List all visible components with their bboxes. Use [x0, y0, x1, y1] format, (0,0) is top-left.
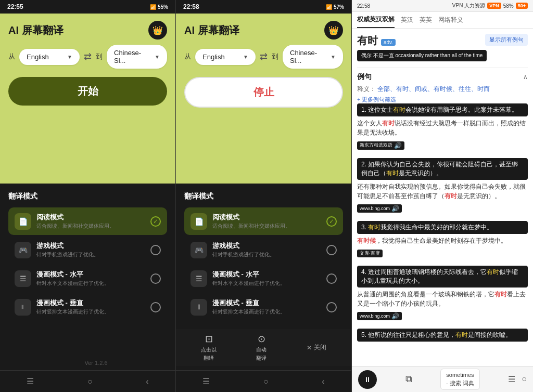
lang-row-1: 从 English ▼ ⇄ 到 Chinese-Si... ▼ [0, 45, 175, 69]
source-lang-arrow-1: ▼ [67, 54, 72, 60]
source-lang-select-1[interactable]: English ▼ [19, 49, 80, 65]
dict-menu-icon[interactable]: ☰ [508, 374, 515, 384]
dict-panel: 22:58 VPN 人力资源 VPN 58% 50+ 权威英汉双解 英汉 英英 … [352, 0, 533, 392]
mode-icon-read-1: 📄 [15, 213, 31, 230]
rect-icon[interactable]: ⧉ [405, 374, 412, 385]
mode-name-game-2: 游戏模式 [212, 241, 321, 251]
mode-icon-comic-h-2: ☰ [191, 270, 207, 287]
audio-btn-2[interactable]: 🔊 [391, 205, 399, 212]
phone-panel-1: 22:55 📶 55% AI 屏幕翻译 👑 从 English ▼ ⇄ 到 Ch… [0, 0, 176, 392]
source-badge-2: www.bing.com 🔊 [357, 204, 402, 213]
mode-text-game-2: 游戏模式 针对手机游戏进行了优化。 [212, 241, 321, 258]
mode-icon-comic-v-2: ⦀ [191, 299, 207, 316]
vpn-badge: VPN [487, 3, 501, 9]
toolbar-click-translate[interactable]: ⊡ 点击以 翻译 [201, 333, 217, 362]
mode-item-read-1[interactable]: 📄 阅读模式 适合阅读、新闻和社交媒体应用。 ✓ [8, 207, 167, 235]
source-lang-select-2[interactable]: English ▼ [195, 49, 256, 65]
nav-menu-icon-1[interactable]: ☰ [27, 376, 34, 386]
toolbar-close-button[interactable]: ✕ 关闭 [307, 343, 326, 352]
audio-btn-4[interactable]: 🔊 [391, 312, 399, 320]
example-num-5: 5. 他所说的往往只是粗心的意见，有时是间接的吹嘘。 [357, 329, 528, 342]
battery-2: 57% [334, 4, 344, 10]
dict-battery: 58% [503, 3, 514, 9]
example-cn-2: 还有那种对自我实现的预信息。如果你觉得自己会失败，就很可能患足不前甚至作茧自缚了… [357, 182, 528, 201]
mode-name-comic-h-1: 漫画模式 - 水平 [36, 270, 145, 279]
target-lang-select-1[interactable]: Chinese-Si... ▼ [107, 45, 167, 69]
mode-list-2: 📄 阅读模式 适合阅读、新闻和社交媒体应用。 ✓ 🎮 游戏模式 针对手机游戏进行… [184, 207, 343, 321]
mode-check-game-1 [150, 245, 161, 255]
status-bar-1: 22:55 📶 55% [0, 0, 175, 14]
tab-quanwei[interactable]: 权威英汉双解 [357, 15, 395, 28]
example-cn-4: 从普通的周围的角度看是一个玻璃和钢铁的塔，它有时看上去又是一个缩小了的小孩的玩具… [357, 290, 528, 308]
mode-item-comic-v-2[interactable]: ⦀ 漫画模式 - 垂直 针对竖排文本漫画进行了优化。 [184, 293, 343, 321]
section-title-1: 翻译模式 [8, 192, 167, 201]
start-button[interactable]: 开始 [8, 77, 167, 106]
status-bar-2: 22:58 📶 57% [176, 0, 351, 14]
bottom-nav-2: ☰ ○ ‹ [176, 370, 351, 392]
dict-bottom: ⏸ ⧉ sometimes- 搜索 词典 ☰ ○ [352, 366, 533, 392]
target-lang-arrow-1: ▼ [155, 54, 160, 60]
mode-desc-comic-h-1: 针对水平文本漫画进行了优化。 [36, 280, 145, 287]
mode-item-game-2[interactable]: 🎮 游戏模式 针对手机游戏进行了优化。 [184, 236, 343, 264]
phonetic-row: 偶尔 不是一直 occasionally rather than all of … [357, 50, 487, 61]
mode-name-comic-v-2: 漫画模式 - 垂直 [212, 298, 321, 308]
synonyms-values[interactable]: 全部、有时、间或、有时候、往往、时而 [377, 85, 490, 93]
app-content-2: AI 屏幕翻译 👑 从 English ▼ ⇄ 到 Chinese-Si... … [176, 14, 351, 184]
mode-name-comic-v-1: 漫画模式 - 垂直 [36, 298, 145, 308]
mode-desc-game-2: 针对手机游戏进行了优化。 [212, 251, 321, 258]
audio-btn-1[interactable]: 🔊 [394, 142, 402, 149]
play-button[interactable]: ⏸ [358, 370, 377, 389]
dict-home-icon[interactable]: ○ [522, 374, 527, 384]
lang-row-2: 从 English ▼ ⇄ 到 Chinese-Si... ▼ [176, 45, 351, 69]
example-num-2: 2. 如果你认为自己会失败，你很可能会阻碍自己，甚至绑倒自己（有时是无意识的）。 [357, 158, 528, 180]
mode-icon-read-2: 📄 [191, 213, 207, 230]
lang-divider-1: ⇄ [84, 51, 92, 62]
crown-button-1[interactable]: 👑 [148, 21, 167, 40]
mode-check-comic-v-2 [326, 302, 337, 312]
lower-section-1: 翻译模式 📄 阅读模式 适合阅读、新闻和社交媒体应用。 ✓ 🎮 游戏模式 针对手… [0, 184, 175, 370]
nav-back-icon-2[interactable]: ‹ [322, 377, 324, 386]
phonetic-text: 偶尔 不是一直 occasionally rather than all of … [361, 53, 483, 58]
mode-item-comic-v-1[interactable]: ⦀ 漫画模式 - 垂直 针对竖排文本漫画进行了优化。 [8, 293, 167, 321]
word-text: 有时 [357, 34, 378, 48]
target-lang-value-1: Chinese-Si... [114, 49, 153, 64]
phone-panel-2: 22:58 📶 57% AI 屏幕翻译 👑 从 English ▼ ⇄ 到 Ch… [176, 0, 352, 392]
expand-icon[interactable]: ∧ [523, 73, 528, 81]
nav-back-icon-1[interactable]: ‹ [146, 377, 148, 386]
to-label-2: 到 [272, 52, 278, 61]
crown-button-2[interactable]: 👑 [324, 21, 343, 40]
nav-menu-icon-2[interactable]: ☰ [202, 376, 210, 386]
click-translate-label: 点击以 [201, 346, 217, 354]
example-header: 例句 ∧ [357, 72, 528, 82]
mode-text-game-1: 游戏模式 针对手机游戏进行了优化。 [36, 241, 145, 258]
mode-item-read-2[interactable]: 📄 阅读模式 适合阅读、新闻和社交媒体应用。 ✓ [184, 207, 343, 235]
more-examples-link[interactable]: + 更多例句筛选 [357, 96, 528, 103]
mode-name-game-1: 游戏模式 [36, 241, 145, 251]
mode-desc-comic-v-2: 针对竖排文本漫画进行了优化。 [212, 308, 321, 316]
nav-home-icon-1[interactable]: ○ [87, 377, 93, 386]
show-all-button[interactable]: 显示所有例句 [485, 34, 528, 46]
mode-name-read-1: 阅读模式 [36, 213, 145, 222]
stop-button[interactable]: 停止 [184, 77, 343, 108]
target-lang-select-2[interactable]: Chinese-Si... ▼ [283, 45, 343, 69]
app-title-2: AI 屏幕翻译 [184, 23, 239, 37]
mode-text-comic-v-1: 漫画模式 - 垂直 针对竖排文本漫画进行了优化。 [36, 298, 145, 316]
nav-home-icon-2[interactable]: ○ [263, 377, 269, 386]
toolbar-auto-translate[interactable]: ⊙ 自动 翻译 [256, 333, 266, 362]
example-num-4: 4. 透过周围普通玻璃钢塔楼的天际线看去，它有时似乎缩小到儿童玩具的大小。 [357, 266, 528, 288]
mode-item-game-1[interactable]: 🎮 游戏模式 针对手机游戏进行了优化。 [8, 236, 167, 264]
dict-status-left: 22:58 [357, 3, 370, 9]
mode-list-1: 📄 阅读模式 适合阅读、新闻和社交媒体应用。 ✓ 🎮 游戏模式 针对手机游戏进行… [8, 207, 167, 321]
vpn-label: VPN 人力资源 [452, 2, 485, 9]
close-x-icon: ✕ [307, 344, 312, 351]
mode-item-comic-h-2[interactable]: ☰ 漫画模式 - 水平 针对水平文本漫画进行了优化。 [184, 265, 343, 292]
tab-yingying[interactable]: 英英 [420, 16, 432, 28]
example-section: 例句 ∧ 释义： 全部、有时、间或、有时候、往往、时而 + 更多例句筛选 1. … [357, 68, 528, 342]
mode-item-comic-h-1[interactable]: ☰ 漫画模式 - 水平 针对水平文本漫画进行了优化。 [8, 265, 167, 292]
tab-wangluo[interactable]: 网络释义 [438, 16, 463, 28]
tab-yinghan[interactable]: 英汉 [401, 16, 413, 28]
example-item-3: 3. 有时我觉得我生命中最美好的部分就在梦中。 有时候，我觉得自己生命最美好的时… [357, 221, 528, 260]
mode-check-comic-v-1 [150, 302, 161, 312]
source-text-3: 文库·百度 [360, 250, 380, 257]
section-title-2: 翻译模式 [184, 192, 343, 201]
